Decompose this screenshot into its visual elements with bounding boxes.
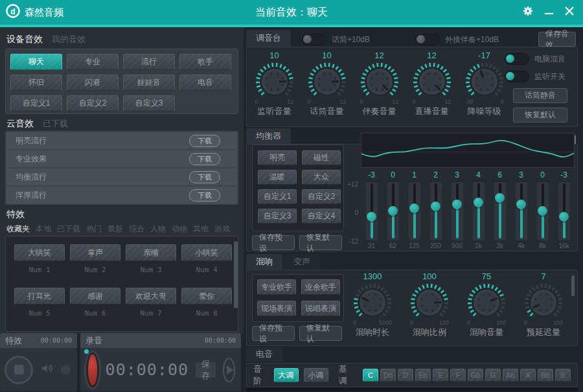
eq-band-slider[interactable] [472, 181, 485, 240]
toggle-switch[interactable] [505, 53, 529, 65]
eq-band-slider[interactable] [536, 181, 549, 240]
knob-dial[interactable] [464, 61, 505, 102]
eq-slider-handle[interactable] [516, 200, 526, 209]
reverb-tab[interactable]: 变声 [284, 254, 320, 270]
download-button[interactable]: 下载 [189, 135, 220, 147]
knob-dial[interactable] [523, 282, 564, 323]
tab-mixer[interactable]: 调音台 [246, 30, 291, 47]
effects-category-tab[interactable]: 热门 [86, 224, 102, 235]
effect-button[interactable]: 打耳光 [14, 288, 65, 305]
device-effect-button[interactable]: 自定义1 [10, 95, 62, 111]
key-button[interactable]: D [398, 369, 413, 382]
effects-category-tab[interactable]: 收藏夹 [6, 224, 30, 235]
eq-slider-handle[interactable] [409, 203, 419, 213]
reverb-save-preset-button[interactable]: 保存预设 [252, 326, 295, 341]
device-effect-button[interactable]: 专业 [67, 54, 119, 70]
eq-band-slider[interactable] [558, 181, 571, 240]
eq-band-slider[interactable] [451, 181, 464, 240]
eq-band-slider[interactable] [365, 181, 378, 240]
eq-preset-button[interactable]: 自定义1 [258, 189, 297, 204]
reverb-preset-button[interactable]: 现场表演 [257, 301, 296, 316]
effect-button[interactable]: 感谢 [70, 288, 120, 305]
device-effect-button[interactable]: 自定义2 [67, 95, 119, 111]
effects-category-tab[interactable]: 游戏 [214, 224, 230, 235]
reverb-preset-button[interactable]: 说唱表演 [301, 301, 340, 316]
device-effect-button[interactable]: 流行 [123, 54, 175, 70]
download-button[interactable]: 下载 [189, 153, 220, 165]
key-button[interactable]: F [450, 369, 466, 382]
effect-button[interactable]: 大哄笑 [14, 244, 65, 261]
eq-slider-handle[interactable] [495, 193, 505, 203]
device-effect-tab[interactable]: 设备音效 [6, 34, 43, 45]
key-button[interactable]: B [555, 369, 571, 382]
effect-button[interactable]: 掌声 [70, 244, 120, 261]
reverb-preset-button[interactable]: 业余歌手 [301, 279, 340, 295]
eq-slider-handle[interactable] [388, 206, 398, 216]
eq-preset-button[interactable]: 自定义4 [302, 209, 341, 224]
bottom-scrollbar-track[interactable] [246, 387, 578, 391]
knob-dial[interactable] [409, 282, 450, 323]
eq-band-slider[interactable] [408, 181, 421, 240]
eq-slider-handle[interactable] [431, 202, 440, 211]
eq-save-preset-button[interactable]: 保存预设 [252, 235, 295, 250]
eq-band-slider[interactable] [515, 181, 528, 240]
reverb-preset-button[interactable]: 专业歌手 [257, 279, 296, 295]
device-effect-button[interactable]: 娃娃音 [123, 75, 175, 91]
eq-slider-handle[interactable] [452, 200, 462, 209]
download-button[interactable]: 下载 [189, 189, 220, 202]
reverb-reset-button[interactable]: 恢复默认 [299, 326, 342, 341]
eq-band-slider[interactable] [429, 181, 442, 240]
device-effect-button[interactable]: 怀旧 [10, 75, 62, 91]
knob-dial[interactable] [254, 61, 295, 102]
knob-dial[interactable] [306, 61, 348, 102]
effects-category-tab[interactable]: 人物 [150, 224, 166, 235]
effect-button[interactable]: 爱你 [181, 288, 232, 305]
mic-mute-button[interactable]: 话筒静音 [513, 88, 567, 103]
effect-button[interactable]: 欢迎大哥 [126, 288, 176, 305]
key-button[interactable]: G [485, 369, 501, 382]
effects-scrollbar[interactable] [234, 241, 238, 308]
toggle-switch[interactable] [415, 34, 440, 45]
knob-dial[interactable] [352, 282, 393, 323]
record-button[interactable] [86, 352, 99, 387]
toggle-switch[interactable] [505, 71, 529, 82]
eq-band-slider[interactable] [494, 181, 507, 240]
key-button[interactable]: Gb [468, 369, 483, 382]
eq-slider-handle[interactable] [559, 212, 569, 222]
effects-category-tab[interactable]: 已下载 [57, 224, 80, 235]
knob-dial[interactable] [466, 282, 507, 323]
eq-slider-handle[interactable] [367, 212, 376, 222]
device-effect-button[interactable]: 歌手 [179, 54, 231, 70]
close-icon[interactable] [565, 6, 574, 18]
eq-slider-handle[interactable] [538, 206, 547, 216]
effects-category-tab[interactable]: 动物 [172, 224, 187, 235]
fx-record-dot-button[interactable] [61, 365, 71, 375]
effects-category-tab[interactable]: 最新 [108, 224, 123, 235]
scale-mode-button[interactable]: 大调 [274, 368, 299, 382]
eq-preset-button[interactable]: 温暖 [258, 170, 297, 185]
key-button[interactable]: Db [380, 369, 396, 382]
device-effect-tab[interactable]: 我的音效 [52, 34, 86, 45]
knob-dial[interactable] [411, 61, 453, 102]
download-button[interactable]: 下载 [189, 171, 220, 183]
tab-equalizer[interactable]: 均衡器 [246, 128, 291, 144]
save-effect-button[interactable]: 保存音效 [538, 32, 576, 47]
effect-button[interactable]: 小哄笑 [181, 244, 232, 261]
eq-preset-button[interactable]: 大众 [302, 170, 341, 185]
cloud-effects-title[interactable]: 云音效 [6, 118, 34, 130]
record-play-button[interactable] [223, 358, 235, 382]
speaker-icon[interactable] [40, 362, 54, 378]
key-button[interactable]: Ab [503, 369, 518, 382]
tab-electronic[interactable]: 电音 [246, 347, 282, 362]
minimize-icon[interactable] [545, 13, 553, 14]
effects-category-tab[interactable]: 其他 [193, 224, 209, 235]
fx-stop-button[interactable] [5, 356, 33, 384]
device-effect-button[interactable]: 自定义3 [123, 95, 175, 111]
record-progress-handle[interactable] [84, 349, 89, 354]
eq-preset-button[interactable]: 自定义3 [258, 209, 297, 224]
device-effect-button[interactable]: 电音 [179, 75, 231, 91]
mixer-reset-button[interactable]: 恢复默认 [513, 108, 567, 122]
knob-dial[interactable] [359, 61, 400, 102]
eq-band-slider[interactable] [387, 181, 400, 240]
device-effect-button[interactable]: 聊天 [10, 54, 62, 70]
